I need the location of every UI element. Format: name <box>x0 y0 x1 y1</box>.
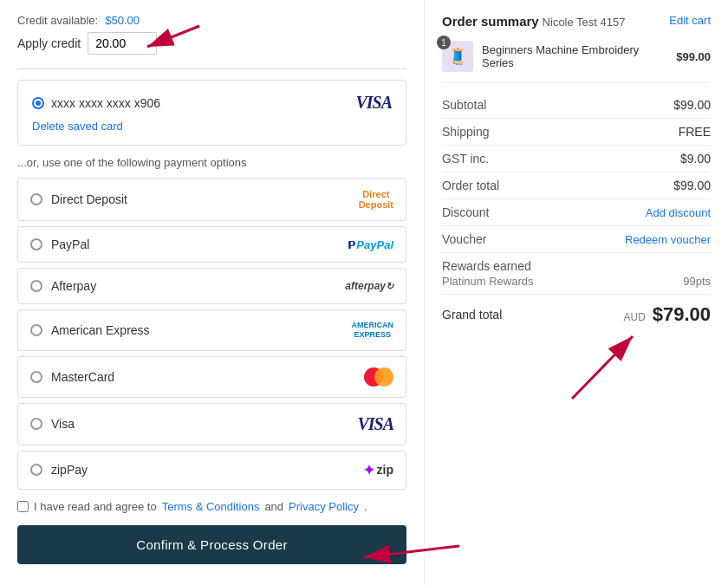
discount-row: Discount Add discount <box>442 199 711 226</box>
direct-deposit-logo: DirectDeposit <box>359 189 393 210</box>
terms-link[interactable]: Terms & Conditions <box>162 500 260 513</box>
rewards-sub: Platinum Rewards 99pts <box>442 275 711 288</box>
order-total-label: Order total <box>442 179 499 192</box>
order-summary-header: Order summary Nicole Test 4157 Edit cart <box>442 14 711 29</box>
payment-option-amex[interactable]: American Express AMERICANEXPRESS <box>17 309 406 351</box>
amex-logo: AMERICANEXPRESS <box>352 321 394 340</box>
confirm-button[interactable]: Confirm & Process Order <box>17 525 406 564</box>
privacy-link[interactable]: Privacy Policy <box>289 500 359 513</box>
grand-total-aud: AUD <box>623 311 645 323</box>
payment-option-afterpay[interactable]: Afterpay afterpay↻ <box>17 268 406 304</box>
payment-option-direct-deposit[interactable]: Direct Deposit DirectDeposit <box>17 178 406 221</box>
paypal-logo: 𝗣PayPal <box>348 238 393 251</box>
shipping-value: FREE <box>679 125 711 139</box>
payment-option-paypal[interactable]: PayPal 𝗣PayPal <box>17 226 406 263</box>
mastercard-label: MasterCard <box>51 370 114 384</box>
apply-credit-label: Apply credit <box>17 36 81 50</box>
zippay-radio[interactable] <box>30 464 42 476</box>
voucher-label: Voucher <box>442 232 486 246</box>
saved-card-number: xxxx xxxx xxxx x906 <box>51 96 160 110</box>
grand-total-value: $79.00 <box>653 303 711 325</box>
grand-total-label: Grand total <box>442 308 502 322</box>
amex-radio[interactable] <box>30 324 42 336</box>
rewards-sub-value: 99pts <box>683 275 711 288</box>
rewards-row: Rewards earned Platinum Rewards 99pts <box>442 253 711 295</box>
visa-payment-logo: VISA <box>357 414 393 434</box>
payment-option-zippay[interactable]: zipPay ✦ zip <box>17 451 406 490</box>
grand-total-amount: AUD $79.00 <box>623 303 711 326</box>
credit-available-amount[interactable]: $50.00 <box>105 14 140 27</box>
voucher-row: Voucher Redeem voucher <box>442 226 711 253</box>
apply-credit-input[interactable] <box>88 32 157 55</box>
visa-card-logo: VISA <box>355 93 392 113</box>
redeem-voucher-link[interactable]: Redeem voucher <box>625 233 711 246</box>
discount-label: Discount <box>442 205 489 219</box>
order-total-row: Order total $99.00 <box>442 172 711 199</box>
grand-total-row: Grand total AUD $79.00 <box>442 295 711 335</box>
subtotal-label: Subtotal <box>442 98 486 112</box>
afterpay-radio[interactable] <box>30 280 42 292</box>
gst-value: $9.00 <box>680 152 711 166</box>
delete-saved-card-link[interactable]: Delete saved card <box>32 120 123 133</box>
direct-deposit-radio[interactable] <box>30 193 42 205</box>
payment-option-visa[interactable]: Visa VISA <box>17 403 406 445</box>
paypal-label: PayPal <box>51 237 89 251</box>
item-price: $99.00 <box>676 50 711 63</box>
afterpay-logo: afterpay↻ <box>345 280 393 292</box>
add-discount-link[interactable]: Add discount <box>646 206 711 219</box>
edit-cart-link[interactable]: Edit cart <box>669 14 711 27</box>
gst-row: GST inc. $9.00 <box>442 146 711 172</box>
item-thumbnail: 1 🧵 <box>442 41 473 72</box>
shipping-row: Shipping FREE <box>442 119 711 146</box>
terms-checkbox[interactable] <box>17 501 29 512</box>
rewards-sub-label: Platinum Rewards <box>442 275 534 288</box>
amex-label: American Express <box>51 323 150 337</box>
rewards-label: Rewards earned <box>442 259 531 273</box>
subtotal-value: $99.00 <box>673 98 711 112</box>
saved-card-section: xxxx xxxx xxxx x906 VISA Delete saved ca… <box>17 80 406 146</box>
terms-period: . <box>364 500 367 513</box>
terms-text: I have read and agree to <box>34 500 157 513</box>
subtotal-row: Subtotal $99.00 <box>442 92 711 119</box>
gst-label: GST inc. <box>442 152 489 166</box>
zippay-label: zipPay <box>51 463 88 477</box>
payment-option-mastercard[interactable]: MasterCard <box>17 356 406 398</box>
afterpay-label: Afterpay <box>51 279 96 293</box>
item-badge: 1 <box>437 36 451 49</box>
order-summary-subtitle-text: Nicole Test 4157 <box>543 16 626 29</box>
zippay-logo: ✦ zip <box>363 462 393 478</box>
payment-options-label: ...or, use one of the following payment … <box>17 156 406 169</box>
direct-deposit-label: Direct Deposit <box>51 192 127 206</box>
order-item: 1 🧵 Beginners Machine Embroidery Series … <box>442 41 711 83</box>
order-total-value: $99.00 <box>673 179 711 192</box>
visa-label: Visa <box>51 417 75 431</box>
saved-card-radio[interactable] <box>32 97 44 109</box>
shipping-label: Shipping <box>442 125 490 139</box>
order-summary-title: Order summary <box>442 14 539 29</box>
mastercard-logo <box>364 367 393 387</box>
visa-radio[interactable] <box>30 418 42 430</box>
terms-row: I have read and agree to Terms & Conditi… <box>17 500 406 513</box>
credit-available-label: Credit available: <box>17 14 98 27</box>
mastercard-radio[interactable] <box>30 371 42 383</box>
item-name: Beginners Machine Embroidery Series <box>482 43 667 69</box>
terms-and: and <box>264 500 283 513</box>
paypal-radio[interactable] <box>30 238 42 250</box>
